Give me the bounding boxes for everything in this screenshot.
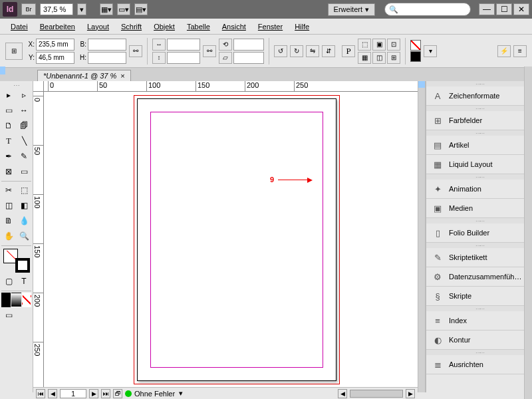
note-tool[interactable]: 🗎 bbox=[1, 213, 16, 228]
menu-schrift[interactable]: Schrift bbox=[116, 20, 147, 33]
maximize-button[interactable]: ☐ bbox=[496, 3, 512, 15]
canvas-content[interactable]: 9 bbox=[44, 92, 418, 392]
stroke-indicator[interactable] bbox=[15, 258, 30, 273]
panel-skriptetikett[interactable]: ✎Skriptetikett bbox=[426, 248, 532, 267]
page-number-field[interactable]: 1 bbox=[60, 389, 86, 398]
close-button[interactable]: ✕ bbox=[513, 3, 529, 15]
gradient-feather-tool[interactable]: ◧ bbox=[17, 198, 31, 213]
toolbox-grip[interactable] bbox=[1, 82, 31, 88]
gradient-swatch-tool[interactable]: ◫ bbox=[1, 198, 16, 213]
panel-animation[interactable]: ✦Animation bbox=[426, 180, 532, 199]
width-input[interactable] bbox=[88, 39, 126, 51]
minimize-button[interactable]: — bbox=[479, 3, 495, 15]
formatting-text-icon[interactable]: T bbox=[17, 274, 31, 289]
panel-grip[interactable] bbox=[426, 350, 532, 355]
menu-bearbeiten[interactable]: Bearbeiten bbox=[35, 20, 80, 33]
menu-ansicht[interactable]: Ansicht bbox=[217, 20, 251, 33]
fill-swatch[interactable] bbox=[410, 40, 421, 51]
reference-point-icon[interactable]: ⊞ bbox=[5, 43, 23, 60]
view-mode-icon[interactable]: ▭ bbox=[1, 308, 16, 323]
next-page-button[interactable]: ▶ bbox=[89, 389, 98, 398]
rotate-ccw-icon[interactable]: ↺ bbox=[274, 45, 287, 57]
hand-tool[interactable]: ✋ bbox=[1, 229, 16, 243]
left-collapse-handle[interactable] bbox=[0, 66, 5, 74]
auto-fit-icon[interactable]: ⊞ bbox=[387, 52, 400, 64]
prev-page-button[interactable]: ◀ bbox=[48, 389, 57, 398]
arrange-docs-icon[interactable]: ▤▾ bbox=[134, 3, 148, 15]
panel-zeichenformate[interactable]: AZeichenformate bbox=[426, 86, 532, 106]
panel-folio-builder[interactable]: ▯Folio Builder bbox=[426, 223, 532, 243]
scissors-tool[interactable]: ✂ bbox=[1, 183, 16, 198]
panel-grip[interactable] bbox=[426, 81, 532, 86]
type-tool[interactable]: T bbox=[1, 134, 16, 148]
scale-y-input[interactable] bbox=[167, 52, 200, 64]
panel-grip[interactable] bbox=[426, 174, 532, 180]
first-page-button[interactable]: ⏮ bbox=[36, 389, 45, 398]
content-collector-tool[interactable]: 🗋 bbox=[1, 118, 16, 133]
fit-frame-icon[interactable]: ▣ bbox=[372, 39, 386, 51]
zoom-field[interactable]: 37,5 % bbox=[40, 3, 73, 15]
horizontal-ruler[interactable]: 0 50 100 150 200 250 bbox=[44, 81, 418, 92]
direct-selection-tool[interactable]: ▹ bbox=[17, 88, 31, 102]
panel-medien[interactable]: ▣Medien bbox=[426, 199, 532, 218]
content-placer-tool[interactable]: 🗐 bbox=[17, 118, 31, 133]
pencil-tool[interactable]: ✎ bbox=[17, 149, 31, 164]
control-menu-icon[interactable]: ≡ bbox=[513, 45, 527, 57]
rectangle-tool[interactable]: ▭ bbox=[17, 164, 31, 179]
panel-skripte[interactable]: §Skripte bbox=[426, 287, 532, 306]
apply-color-icon[interactable] bbox=[1, 293, 11, 307]
menu-layout[interactable]: Layout bbox=[82, 20, 114, 33]
apply-gradient-icon[interactable] bbox=[11, 293, 21, 307]
search-input[interactable]: 🔍 bbox=[384, 3, 471, 16]
last-page-button[interactable]: ⏭ bbox=[101, 389, 110, 398]
panel-artikel[interactable]: ▤Artikel bbox=[426, 136, 532, 155]
stroke-weight-dropdown[interactable]: ▾ bbox=[424, 45, 437, 57]
formatting-container-icon[interactable]: ▢ bbox=[1, 274, 16, 289]
panel-grip[interactable] bbox=[426, 130, 532, 136]
select-container-icon[interactable]: P bbox=[342, 45, 355, 57]
apply-none-icon[interactable] bbox=[22, 293, 31, 307]
panel-liquid-layout[interactable]: ▦Liquid Layout bbox=[426, 155, 532, 174]
panel-dock-handle[interactable] bbox=[418, 81, 426, 392]
right-collapse-handle[interactable] bbox=[524, 66, 532, 399]
free-transform-tool[interactable]: ⬚ bbox=[17, 183, 31, 198]
bridge-button[interactable]: Br bbox=[21, 3, 36, 15]
scale-x-input[interactable] bbox=[167, 39, 200, 51]
line-tool[interactable]: ╲ bbox=[17, 134, 31, 148]
menu-fenster[interactable]: Fenster bbox=[253, 20, 288, 33]
eyedropper-tool[interactable]: 💧 bbox=[17, 213, 31, 228]
x-input[interactable]: 235,5 mm bbox=[36, 39, 74, 51]
stroke-swatch[interactable] bbox=[410, 51, 421, 62]
y-input[interactable]: 46,5 mm bbox=[36, 52, 74, 64]
scroll-right-button[interactable]: ▶ bbox=[406, 389, 415, 398]
rotate-cw-icon[interactable]: ↻ bbox=[290, 45, 303, 57]
horizontal-scrollbar[interactable] bbox=[350, 390, 403, 398]
panel-grip[interactable] bbox=[426, 243, 532, 248]
panel-datenzusammenfuehrung[interactable]: ⚙Datenzusammenfüh… bbox=[426, 267, 532, 287]
tab-close-icon[interactable]: × bbox=[120, 72, 124, 80]
menu-hilfe[interactable]: Hilfe bbox=[289, 20, 315, 33]
flip-h-icon[interactable]: ⇋ bbox=[306, 45, 319, 57]
height-input[interactable] bbox=[88, 52, 126, 64]
panel-kontur[interactable]: ◐Kontur bbox=[426, 331, 532, 350]
gap-tool[interactable]: ↔ bbox=[17, 103, 31, 118]
panel-grip[interactable] bbox=[426, 306, 532, 311]
panel-grip[interactable] bbox=[426, 106, 532, 111]
vertical-ruler[interactable]: 0 50 100 150 200 250 bbox=[33, 92, 44, 392]
quick-apply-icon[interactable]: ⚡ bbox=[497, 45, 511, 57]
menu-objekt[interactable]: Objekt bbox=[148, 20, 180, 33]
panel-grip[interactable] bbox=[426, 218, 532, 223]
view-options-icon[interactable]: ▦▾ bbox=[100, 3, 113, 15]
panel-ausrichten[interactable]: ≣Ausrichten bbox=[426, 355, 532, 374]
shear-input[interactable] bbox=[233, 52, 264, 64]
fit-prop-icon[interactable]: ◫ bbox=[372, 52, 386, 64]
zoom-dropdown[interactable]: ▾ bbox=[77, 3, 86, 15]
panel-farbfelder[interactable]: ⊞Farbfelder bbox=[426, 111, 532, 130]
panel-index[interactable]: ≡Index bbox=[426, 311, 532, 331]
canvas-area[interactable]: 0 50 100 150 200 250 0 50 100 150 200 25… bbox=[33, 81, 418, 392]
menu-tabelle[interactable]: Tabelle bbox=[182, 20, 215, 33]
rectangle-frame-tool[interactable]: ⊠ bbox=[1, 164, 16, 179]
constrain-proportions-icon[interactable]: ⚯ bbox=[129, 45, 142, 57]
selection-tool[interactable]: ▸ bbox=[1, 88, 16, 102]
scroll-left-button[interactable]: ◀ bbox=[338, 389, 347, 398]
